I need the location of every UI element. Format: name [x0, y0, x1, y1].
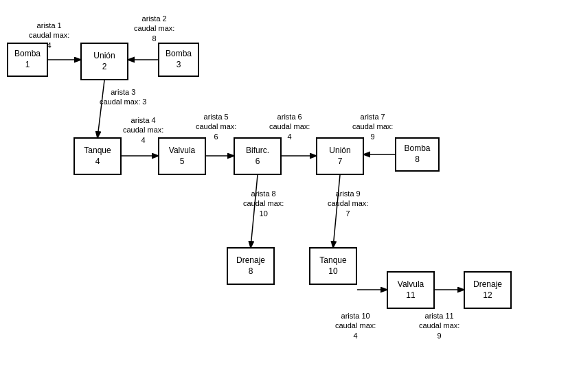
label-e3: arista 3 caudal max: 3: [100, 87, 146, 107]
node-tanque10: Tanque 10: [309, 247, 357, 285]
node-valvula5: Valvula 5: [158, 137, 206, 175]
node-bomba3: Bomba 3: [158, 43, 199, 77]
diagram: Bomba 1Unión 2Bomba 3Tanque 4Valvula 5Bi…: [0, 0, 568, 392]
node-union7: Unión 7: [316, 137, 364, 175]
node-union2: Unión 2: [80, 43, 128, 80]
node-bifurc6: Bifurc. 6: [234, 137, 282, 175]
label-e10: arista 10 caudal max: 4: [335, 311, 376, 341]
node-drenaje9: Drenaje 8: [227, 247, 275, 285]
label-e4: arista 4 caudal max: 4: [123, 115, 163, 145]
node-drenaje12: Drenaje 12: [464, 271, 512, 309]
node-tanque4: Tanque 4: [73, 137, 122, 175]
label-e5: arista 5 caudal max: 6: [196, 112, 236, 141]
label-e7: arista 7 caudal max: 9: [352, 112, 393, 141]
label-e6: arista 6 caudal max: 4: [269, 112, 310, 141]
label-e8: arista 8 caudal max: 10: [243, 189, 284, 218]
node-valvula11: Valvula 11: [387, 271, 435, 309]
label-e1: arista 1 caudal max: 4: [29, 21, 69, 50]
label-e9: arista 9 caudal max: 7: [328, 189, 368, 218]
label-e2: arista 2 caudal max: 8: [134, 14, 174, 43]
node-bomba8: Bomba 8: [395, 137, 440, 172]
label-e11: arista 11 caudal max: 9: [419, 311, 459, 341]
